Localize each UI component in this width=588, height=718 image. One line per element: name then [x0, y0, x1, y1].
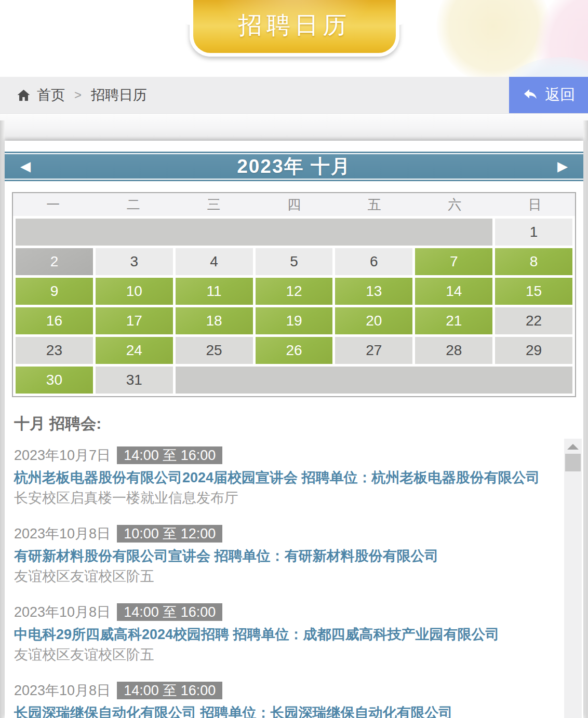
calendar-header-bottomline: [5, 180, 583, 181]
event-date: 2023年10月7日: [14, 448, 111, 463]
weekday-label: 四: [254, 193, 335, 216]
calendar-day-15[interactable]: 15: [495, 278, 572, 305]
calendar-day-11[interactable]: 11: [176, 278, 253, 305]
weekday-label: 三: [173, 193, 254, 216]
weekday-label: 一: [13, 193, 93, 216]
chevron-right-icon: ▶: [557, 158, 568, 174]
weekday-label: 五: [334, 193, 415, 216]
events-section-heading: 十月 招聘会:: [14, 413, 583, 435]
calendar-day-27[interactable]: 27: [335, 337, 412, 364]
calendar-day-20[interactable]: 20: [335, 307, 412, 334]
prev-month-button[interactable]: ◀: [20, 154, 31, 179]
page-title: 招聘日历: [238, 4, 351, 42]
breadcrumb-home-label[interactable]: 首页: [37, 86, 65, 104]
event-time-badge: 14:00 至 16:00: [117, 603, 222, 621]
calendar-week-row: 23242526272829: [16, 337, 572, 364]
calendar-day-25[interactable]: 25: [176, 337, 253, 364]
calendar-week-row: 1: [16, 219, 572, 246]
event-title-link[interactable]: 长园深瑞继保自动化有限公司 招聘单位：长园深瑞继保自动化有限公司: [14, 703, 583, 718]
recruitment-calendar-page: 招聘日历 首页 > 招聘日历 返回 ◀ 2023年 十月 ▶: [0, 0, 588, 718]
calendar-day-23[interactable]: 23: [16, 337, 93, 364]
calendar-day-6[interactable]: 6: [335, 248, 412, 275]
calendar-day-1[interactable]: 1: [495, 219, 572, 246]
calendar-day-17[interactable]: 17: [96, 307, 173, 334]
calendar-week-row: 16171819202122: [16, 307, 572, 334]
calendar-day-10[interactable]: 10: [96, 278, 173, 305]
calendar-empty-cell: [16, 219, 492, 246]
calendar-week-row: 2345678: [16, 248, 572, 275]
calendar-day-29[interactable]: 29: [495, 337, 572, 364]
calendar-day-5[interactable]: 5: [256, 248, 333, 275]
breadcrumb-current: 招聘日历: [91, 86, 147, 104]
weekday-header-row: 一二三四五六日: [13, 193, 575, 216]
event-location: 友谊校区友谊校区阶五: [14, 567, 583, 586]
calendar-day-2[interactable]: 2: [16, 248, 93, 275]
calendar-month-title: 2023年 十月: [237, 154, 351, 180]
event-date: 2023年10月8日: [14, 604, 111, 620]
calendar-day-24[interactable]: 24: [96, 337, 173, 364]
event-item: 2023年10月8日10:00 至 12:00 有研新材料股份有限公司宣讲会 招…: [14, 524, 583, 586]
event-item: 2023年10月8日14:00 至 16:00 中电科29所四威高科2024校园…: [14, 603, 583, 664]
event-location: 长安校区启真楼一楼就业信息发布厅: [14, 489, 583, 507]
events-scrollbar[interactable]: [564, 439, 582, 718]
chevron-left-icon: ◀: [20, 158, 31, 174]
calendar-day-18[interactable]: 18: [176, 307, 253, 334]
breadcrumb-bar: 首页 > 招聘日历 返回: [0, 77, 588, 114]
weekday-label: 二: [93, 193, 174, 216]
calendar-day-8[interactable]: 8: [495, 248, 572, 275]
content-card: ◀ 2023年 十月 ▶ 一二三四五六日 1234567891011121314…: [5, 141, 583, 718]
event-time-badge: 14:00 至 16:00: [117, 682, 222, 699]
event-item: 2023年10月7日14:00 至 16:00 杭州老板电器股份有限公司2024…: [14, 446, 583, 507]
breadcrumb-separator: >: [72, 88, 84, 102]
calendar-header: ◀ 2023年 十月 ▶: [5, 152, 583, 181]
calendar-grid: 一二三四五六日 12345678910111213141516171819202…: [12, 192, 576, 397]
event-time-badge: 10:00 至 12:00: [117, 525, 222, 543]
weekday-label: 日: [495, 193, 575, 216]
event-date-row: 2023年10月8日10:00 至 12:00: [14, 524, 583, 543]
breadcrumb: 首页 > 招聘日历: [0, 86, 147, 104]
calendar-day-12[interactable]: 12: [256, 278, 333, 305]
calendar-day-19[interactable]: 19: [256, 307, 333, 334]
calendar-day-4[interactable]: 4: [176, 248, 253, 275]
calendar-day-13[interactable]: 13: [335, 278, 412, 305]
back-arrow-icon: [522, 87, 539, 103]
calendar-week-row: 9101112131415: [16, 278, 572, 305]
event-date-row: 2023年10月8日14:00 至 16:00: [14, 603, 583, 621]
event-title-link[interactable]: 中电科29所四威高科2024校园招聘 招聘单位：成都四威高科技产业园有限公司: [14, 625, 583, 644]
event-date: 2023年10月8日: [14, 683, 111, 698]
page-shade: [0, 114, 588, 141]
home-icon: [17, 88, 31, 102]
scrollbar-up-arrow-icon[interactable]: [567, 444, 579, 450]
calendar-day-rows: 1234567891011121314151617181920212223242…: [13, 216, 575, 396]
event-title-link[interactable]: 有研新材料股份有限公司宣讲会 招聘单位：有研新材料股份有限公司: [14, 547, 583, 565]
back-button-label: 返回: [545, 85, 575, 105]
event-item: 2023年10月8日14:00 至 16:00 长园深瑞继保自动化有限公司 招聘…: [14, 681, 583, 718]
calendar-day-14[interactable]: 14: [415, 278, 492, 305]
page-banner: 招聘日历: [190, 0, 399, 57]
calendar-day-9[interactable]: 9: [16, 278, 93, 305]
calendar-header-bar: ◀ 2023年 十月 ▶: [5, 154, 583, 179]
events-list: 2023年10月7日14:00 至 16:00 杭州老板电器股份有限公司2024…: [5, 446, 583, 718]
event-time-badge: 14:00 至 16:00: [117, 446, 222, 464]
left-page-edge: [0, 120, 5, 718]
calendar-day-3[interactable]: 3: [96, 248, 173, 275]
next-month-button[interactable]: ▶: [557, 154, 568, 179]
calendar-day-7[interactable]: 7: [415, 248, 492, 275]
calendar-day-22[interactable]: 22: [495, 307, 572, 334]
calendar-day-28[interactable]: 28: [415, 337, 492, 364]
event-title-link[interactable]: 杭州老板电器股份有限公司2024届校园宣讲会 招聘单位：杭州老板电器股份有限公司: [14, 468, 583, 487]
breadcrumb-home-link[interactable]: 首页: [17, 86, 65, 104]
calendar-day-30[interactable]: 30: [16, 367, 93, 394]
event-date: 2023年10月8日: [14, 526, 111, 541]
calendar-day-16[interactable]: 16: [16, 307, 93, 334]
calendar-day-31[interactable]: 31: [96, 367, 173, 394]
scrollbar-thumb[interactable]: [565, 454, 581, 471]
event-location: 友谊校区友谊校区阶五: [14, 645, 583, 664]
weekday-label: 六: [415, 193, 495, 216]
calendar-day-26[interactable]: 26: [256, 337, 333, 364]
event-date-row: 2023年10月7日14:00 至 16:00: [14, 446, 583, 465]
calendar-empty-cell: [176, 367, 572, 394]
calendar-day-21[interactable]: 21: [415, 307, 492, 334]
event-date-row: 2023年10月8日14:00 至 16:00: [14, 681, 583, 700]
back-button[interactable]: 返回: [509, 77, 588, 113]
